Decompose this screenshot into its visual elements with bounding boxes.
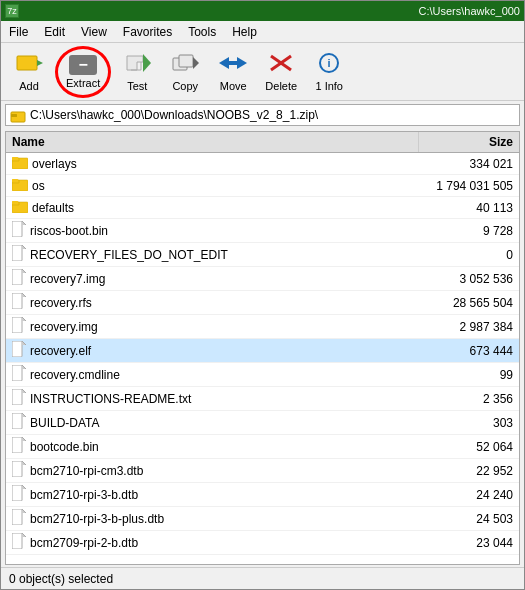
title-bar: 7z C:\Users\hawkc_000 xyxy=(1,1,524,21)
table-row[interactable]: recovery.elf673 444 xyxy=(6,339,519,363)
svg-rect-43 xyxy=(12,365,22,381)
file-icon xyxy=(12,221,26,240)
svg-rect-31 xyxy=(12,269,22,285)
file-size: 22 952 xyxy=(419,462,519,480)
table-row[interactable]: bcm2709-rpi-2-b.dtb23 044 xyxy=(6,531,519,555)
file-icon xyxy=(12,269,26,288)
svg-rect-25 xyxy=(12,221,22,237)
file-icon xyxy=(12,365,26,384)
svg-rect-40 xyxy=(12,341,22,357)
file-name-cell: bcm2710-rpi-3-b.dtb xyxy=(6,483,419,506)
add-button[interactable]: Add xyxy=(7,48,51,96)
move-button[interactable]: Move xyxy=(211,48,255,96)
file-name-cell: BUILD-DATA xyxy=(6,411,419,434)
file-size: 3 052 536 xyxy=(419,270,519,288)
file-name: bcm2710-rpi-cm3.dtb xyxy=(30,464,143,478)
table-row[interactable]: recovery.img2 987 384 xyxy=(6,315,519,339)
file-name: INSTRUCTIONS-README.txt xyxy=(30,392,191,406)
extract-icon: − xyxy=(69,55,97,75)
file-name: BUILD-DATA xyxy=(30,416,100,430)
file-name: bcm2710-rpi-3-b-plus.dtb xyxy=(30,512,164,526)
table-row[interactable]: INSTRUCTIONS-README.txt2 356 xyxy=(6,387,519,411)
file-name-cell: os xyxy=(6,175,419,196)
test-icon xyxy=(123,52,151,78)
file-list-header: Name Size xyxy=(6,132,519,153)
file-name-cell: RECOVERY_FILES_DO_NOT_EDIT xyxy=(6,243,419,266)
menu-view[interactable]: View xyxy=(73,23,115,40)
svg-rect-37 xyxy=(12,317,22,333)
file-size: 303 xyxy=(419,414,519,432)
file-icon xyxy=(12,437,26,456)
info-label: 1 Info xyxy=(315,80,343,92)
info-button[interactable]: i 1 Info xyxy=(307,48,351,96)
svg-rect-5 xyxy=(179,55,193,67)
file-size: 99 xyxy=(419,366,519,384)
table-row[interactable]: bcm2710-rpi-3-b.dtb24 240 xyxy=(6,483,519,507)
col-name-header[interactable]: Name xyxy=(6,132,419,152)
svg-rect-18 xyxy=(12,157,18,160)
file-size: 24 503 xyxy=(419,510,519,528)
table-row[interactable]: recovery.cmdline99 xyxy=(6,363,519,387)
file-name: bootcode.bin xyxy=(30,440,99,454)
move-label: Move xyxy=(220,80,247,92)
file-name: bcm2709-rpi-2-b.dtb xyxy=(30,536,138,550)
table-row[interactable]: recovery.rfs28 565 504 xyxy=(6,291,519,315)
table-row[interactable]: overlays334 021 xyxy=(6,153,519,175)
table-row[interactable]: bootcode.bin52 064 xyxy=(6,435,519,459)
file-name: bcm2710-rpi-3-b.dtb xyxy=(30,488,138,502)
delete-label: Delete xyxy=(265,80,297,92)
svg-rect-15 xyxy=(11,114,17,117)
folder-icon xyxy=(12,155,28,172)
move-icon xyxy=(219,52,247,78)
table-row[interactable]: bcm2710-rpi-cm3.dtb22 952 xyxy=(6,459,519,483)
file-name: recovery.cmdline xyxy=(30,368,120,382)
table-row[interactable]: recovery7.img3 052 536 xyxy=(6,267,519,291)
toolbar: Add − Extract Test xyxy=(1,43,524,101)
file-name-cell: recovery.img xyxy=(6,315,419,338)
file-name-cell: defaults xyxy=(6,197,419,218)
file-name: recovery.img xyxy=(30,320,98,334)
info-icon: i xyxy=(315,52,343,78)
menu-tools[interactable]: Tools xyxy=(180,23,224,40)
file-size: 23 044 xyxy=(419,534,519,552)
test-button[interactable]: Test xyxy=(115,48,159,96)
file-list-container[interactable]: Name Size overlays334 021os1 794 031 505… xyxy=(5,131,520,565)
table-row[interactable]: RECOVERY_FILES_DO_NOT_EDIT0 xyxy=(6,243,519,267)
file-name: RECOVERY_FILES_DO_NOT_EDIT xyxy=(30,248,228,262)
file-name-cell: bootcode.bin xyxy=(6,435,419,458)
copy-button[interactable]: Copy xyxy=(163,48,207,96)
table-row[interactable]: bcm2710-rpi-3-b-plus.dtb24 503 xyxy=(6,507,519,531)
file-rows: overlays334 021os1 794 031 505defaults40… xyxy=(6,153,519,555)
menu-favorites[interactable]: Favorites xyxy=(115,23,180,40)
table-row[interactable]: os1 794 031 505 xyxy=(6,175,519,197)
folder-icon xyxy=(12,177,28,194)
svg-text:i: i xyxy=(328,57,331,69)
menu-file[interactable]: File xyxy=(1,23,36,40)
file-icon xyxy=(12,485,26,504)
file-name-cell: recovery7.img xyxy=(6,267,419,290)
file-name-cell: bcm2709-rpi-2-b.dtb xyxy=(6,531,419,554)
address-icon xyxy=(10,107,26,123)
table-row[interactable]: defaults40 113 xyxy=(6,197,519,219)
file-icon xyxy=(12,317,26,336)
extract-button[interactable]: − Extract xyxy=(60,51,106,93)
address-path[interactable]: C:\Users\hawkc_000\Downloads\NOOBS_v2_8_… xyxy=(30,108,515,122)
svg-marker-8 xyxy=(237,57,247,69)
table-row[interactable]: BUILD-DATA303 xyxy=(6,411,519,435)
delete-button[interactable]: Delete xyxy=(259,48,303,96)
file-icon xyxy=(12,509,26,528)
file-name-cell: bcm2710-rpi-cm3.dtb xyxy=(6,459,419,482)
file-name-cell: riscos-boot.bin xyxy=(6,219,419,242)
delete-icon xyxy=(267,52,295,78)
address-bar: C:\Users\hawkc_000\Downloads\NOOBS_v2_8_… xyxy=(5,104,520,126)
file-icon xyxy=(12,293,26,312)
file-name: riscos-boot.bin xyxy=(30,224,108,238)
svg-rect-52 xyxy=(12,437,22,453)
table-row[interactable]: riscos-boot.bin9 728 xyxy=(6,219,519,243)
file-name-cell: overlays xyxy=(6,153,419,174)
file-name-cell: recovery.cmdline xyxy=(6,363,419,386)
menu-edit[interactable]: Edit xyxy=(36,23,73,40)
col-size-header[interactable]: Size xyxy=(419,132,519,152)
extract-button-wrapper: − Extract xyxy=(55,46,111,98)
menu-help[interactable]: Help xyxy=(224,23,265,40)
